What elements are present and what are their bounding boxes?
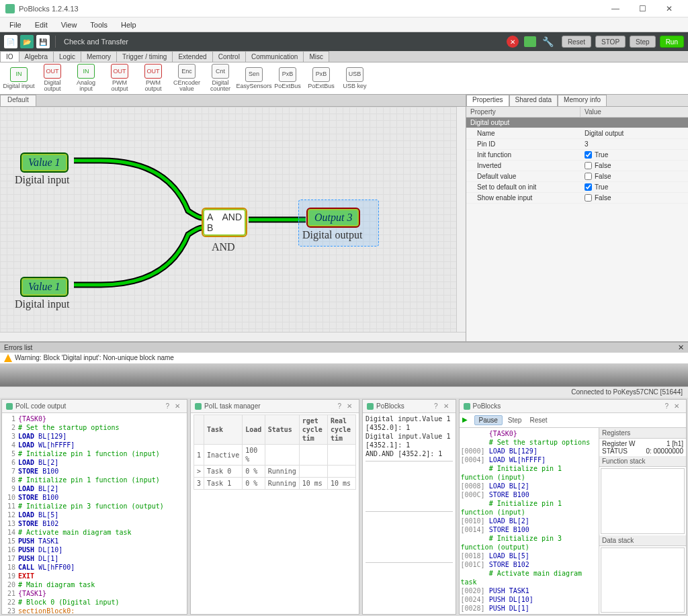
property-checkbox[interactable] [585, 183, 592, 191]
ribbon-item[interactable]: OUTPWM output [137, 64, 169, 93]
panel-help-button[interactable]: ? [163, 402, 172, 410]
canvas-tabs: Default [0, 95, 466, 107]
code-output[interactable]: 1{TASK0}2# Set the startup options3LOAD … [2, 413, 187, 614]
ribbon-item[interactable]: PxBPoExtBus [305, 64, 337, 93]
block-label: Digital input [15, 174, 69, 186]
main-toolbar: 📄 📂 💾 Check and Transfer ✕ 🔧 Reset STOP … [0, 32, 688, 51]
wrench-icon[interactable]: 🔧 [542, 36, 555, 47]
panel-close-button[interactable]: ✕ [441, 402, 452, 410]
block-label: Digital output [302, 229, 362, 241]
panel-help-button[interactable]: ? [431, 402, 441, 410]
panel-help-button[interactable]: ? [335, 402, 344, 410]
ribbon-item[interactable]: EncCEncoder value [171, 64, 203, 93]
panel-title: PoIL task manager [204, 402, 261, 410]
panel-help-button[interactable]: ? [662, 402, 671, 410]
ribbon-tab[interactable]: Communication [245, 51, 304, 62]
block-label: Digital input [15, 298, 69, 310]
menu-help[interactable]: Help [114, 19, 143, 30]
panel-icon [6, 403, 13, 410]
menu-bar: FileEditViewToolsHelp [0, 17, 688, 32]
reset-button[interactable]: Reset [562, 36, 591, 48]
pause-button[interactable]: Pause [474, 415, 503, 425]
props-tab[interactable]: Memory info [558, 95, 607, 106]
ribbon-item[interactable]: CntDigital counter [204, 64, 236, 93]
property-checkbox[interactable] [585, 173, 592, 180]
ribbon-item[interactable]: SenEasySensors [238, 64, 270, 93]
property-row[interactable]: NameDigital output [466, 128, 688, 139]
panel-title: PoIL code output [15, 402, 66, 410]
errors-list[interactable]: Warning: Block 'Digital input': Non-uniq… [0, 353, 688, 363]
panel-close-button[interactable]: ✕ [671, 402, 682, 410]
ribbon-tabs: IOAlgebraLogicMemoryTrigger / timingExte… [0, 51, 688, 62]
close-button[interactable]: ✕ [656, 1, 683, 17]
play-icon[interactable]: ▶ [462, 416, 472, 425]
ribbon-tab[interactable]: Control [212, 51, 246, 62]
property-row[interactable]: Inverted False [466, 161, 688, 171]
property-row[interactable]: Init function True [466, 150, 688, 161]
property-row[interactable]: Default value False [466, 171, 688, 182]
debugger-code[interactable]: {TASK0} # Set the startup options[0000] … [460, 428, 599, 614]
menu-edit[interactable]: Edit [28, 19, 54, 30]
property-checkbox[interactable] [585, 194, 592, 202]
watch-panel[interactable]: Digital input.Value 1 [4352.0]: 1Digital… [363, 413, 456, 614]
block-and[interactable]: AAND B [202, 208, 247, 237]
menu-file[interactable]: File [3, 19, 28, 30]
menu-tools[interactable]: Tools [83, 19, 114, 30]
maximize-button[interactable]: ☐ [629, 1, 656, 17]
ribbon-tab[interactable]: Trigger / timing [116, 51, 173, 62]
block-digital-input-1[interactable]: Value 1 [20, 152, 69, 173]
ribbon-item[interactable]: INDigital input [3, 64, 35, 93]
property-row[interactable]: Set to default on init True [466, 182, 688, 193]
error-icon[interactable]: ✕ [507, 36, 519, 48]
step-button[interactable]: Step [505, 416, 525, 425]
props-tab[interactable]: Shared data [509, 95, 558, 106]
check-transfer-button[interactable]: Check and Transfer [61, 38, 131, 46]
stop-button[interactable]: STOP [595, 36, 626, 48]
new-file-button[interactable]: 📄 [4, 35, 17, 48]
props-group[interactable]: Digital output [466, 118, 580, 128]
ribbon-item[interactable]: INAnalog input [70, 64, 102, 93]
panel-close-button[interactable]: ✕ [172, 402, 183, 410]
data-stack[interactable] [601, 547, 685, 613]
errors-close-button[interactable]: ✕ [678, 343, 684, 352]
diagram-canvas[interactable]: Value 1 Digital input Value 1 Digital in… [0, 107, 456, 332]
task-manager[interactable]: TaskLoadStatusrget cycle timReal cycle t… [191, 413, 359, 614]
canvas-tab-default[interactable]: Default [0, 95, 36, 106]
step-button[interactable]: Step [630, 36, 656, 48]
property-checkbox[interactable] [585, 151, 592, 159]
canvas-vscroll[interactable] [456, 107, 466, 332]
title-bar: PoBlocks 1.2.4.13 — ☐ ✕ [0, 0, 688, 17]
ribbon-item[interactable]: PxBPoExtBus [271, 64, 304, 93]
property-checkbox[interactable] [585, 162, 592, 169]
ribbon-tab[interactable]: Misc [303, 51, 329, 62]
run-button[interactable]: Run [660, 36, 684, 48]
ribbon-tab[interactable]: Extended [172, 51, 212, 62]
block-label: AND [212, 241, 235, 253]
ribbon-tab[interactable]: Logic [53, 51, 81, 62]
reset-button[interactable]: Reset [527, 416, 550, 425]
properties-panel: PropertiesShared dataMemory info Propert… [466, 95, 688, 341]
open-file-button[interactable]: 📂 [20, 35, 34, 48]
props-tab[interactable]: Properties [466, 95, 509, 106]
chip-icon[interactable] [524, 36, 536, 47]
panel-icon [195, 403, 202, 410]
ribbon-tab[interactable]: Algebra [19, 51, 54, 62]
property-row[interactable]: Show enable input False [466, 193, 688, 204]
panel-icon [464, 403, 470, 410]
function-stack[interactable] [601, 468, 685, 534]
ribbon-item[interactable]: OUTPWM output [103, 64, 136, 93]
canvas-hscroll[interactable] [0, 332, 466, 341]
ribbon-item[interactable]: USBUSB key [339, 64, 371, 93]
block-digital-input-2[interactable]: Value 1 [20, 277, 69, 297]
ribbon-tab[interactable]: IO [0, 51, 19, 62]
menu-view[interactable]: View [54, 19, 84, 30]
minimize-button[interactable]: — [602, 1, 629, 17]
app-icon [5, 4, 15, 13]
ribbon-tab[interactable]: Memory [81, 51, 117, 62]
panel-close-button[interactable]: ✕ [344, 402, 355, 410]
ribbon-item[interactable]: OUTDigital output [36, 64, 69, 93]
debugger-side: Registers Register W1 [h1]STATUS0: 00000… [599, 428, 686, 614]
property-row[interactable]: Pin ID3 [466, 139, 688, 150]
save-file-button[interactable]: 💾 [36, 35, 50, 48]
block-digital-output[interactable]: Output 3 [306, 208, 360, 228]
